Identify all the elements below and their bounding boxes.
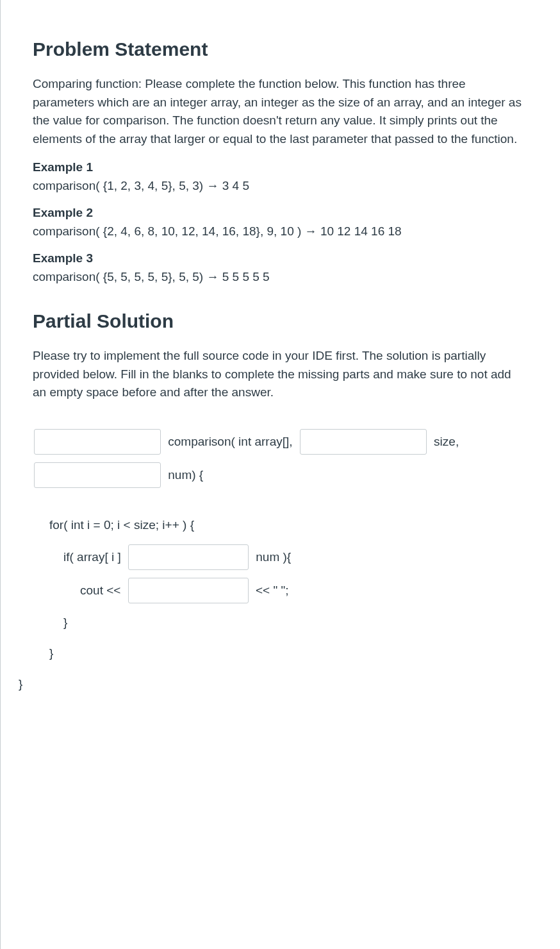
blank-return-type[interactable] (34, 429, 161, 455)
blank-size-type[interactable] (300, 429, 427, 455)
partial-description: Please try to implement the full source … (33, 347, 528, 402)
problem-description: Comparing function: Please complete the … (33, 75, 528, 148)
code-text: << " "; (252, 576, 289, 605)
code-text: } (49, 639, 53, 668)
code-line-7: } (33, 638, 528, 669)
code-line-4: if( array[ i ] num ){ (33, 541, 528, 574)
blank-cout-value[interactable] (128, 578, 249, 603)
example-3-label: Example 3 (33, 249, 528, 268)
code-text: comparison( int array[], (165, 427, 296, 457)
code-line-6: } (33, 607, 528, 638)
code-line-1: comparison( int array[], size, (33, 425, 528, 458)
code-text: cout << (80, 576, 124, 605)
partial-solution-heading: Partial Solution (33, 307, 528, 335)
example-3: Example 3 comparison( {5, 5, 5, 5, 5}, 5… (33, 249, 528, 286)
code-text: if( array[ i ] (63, 542, 124, 572)
example-2: Example 2 comparison( {2, 4, 6, 8, 10, 1… (33, 204, 528, 240)
code-line-5: cout << << " "; (33, 574, 528, 607)
example-2-text: comparison( {2, 4, 6, 8, 10, 12, 14, 16,… (33, 223, 528, 241)
code-text: for( int i = 0; i < size; i++ ) { (49, 510, 194, 540)
example-3-text: comparison( {5, 5, 5, 5, 5}, 5, 5) → 5 5… (33, 268, 528, 287)
blank-num-type[interactable] (34, 462, 161, 488)
code-text: } (63, 608, 67, 637)
code-text: } (19, 669, 22, 699)
blank-operator[interactable] (128, 544, 249, 570)
example-1: Example 1 comparison( {1, 2, 3, 4, 5}, 5… (33, 158, 528, 195)
code-text: num) { (165, 460, 203, 490)
code-text: size, (431, 427, 459, 457)
problem-statement-heading: Problem Statement (33, 35, 528, 63)
example-2-label: Example 2 (33, 204, 528, 223)
code-line-2: num) { (33, 458, 528, 492)
code-line-8: } (19, 669, 528, 700)
code-line-3: for( int i = 0; i < size; i++ ) { (33, 510, 528, 541)
example-1-label: Example 1 (33, 158, 528, 177)
code-text: num ){ (252, 542, 291, 572)
code-fill-block: comparison( int array[], size, num) { fo… (33, 425, 528, 700)
example-1-text: comparison( {1, 2, 3, 4, 5}, 5, 3) → 3 4… (33, 177, 528, 196)
page-container: Problem Statement Comparing function: Pl… (0, 0, 560, 949)
